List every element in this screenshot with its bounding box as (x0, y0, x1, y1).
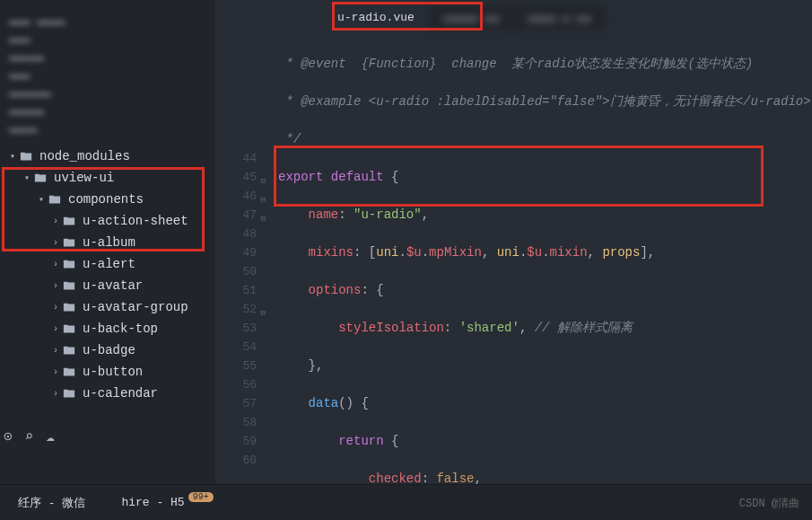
tree-uview-ui[interactable]: ▾ uview-ui (0, 167, 215, 189)
tree-node-modules[interactable]: ▾ node_modules (0, 145, 215, 167)
chevron-down-icon: ▾ (5, 151, 20, 162)
tree-label: u-album (83, 235, 135, 250)
taskbar-label: 纴序 - 微信 (18, 495, 85, 511)
tree-label: u-action-sheet (83, 214, 188, 228)
chevron-right-icon: › (48, 303, 63, 313)
tree-component-folder[interactable]: ›u-badge (0, 339, 215, 361)
chevron-right-icon: › (48, 238, 63, 248)
tree-label: u-avatar-group (83, 300, 188, 314)
folder-icon (63, 214, 77, 228)
blurred-region: ▬▬▬ ▬▬▬▬ ▬▬▬ ▬▬▬▬▬ ▬▬▬ ▬▬▬▬▬▬ ▬▬▬▬▬ ▬▬▬▬ (0, 4, 215, 145)
chevron-right-icon: › (48, 389, 63, 399)
chevron-right-icon: › (48, 346, 63, 356)
editor-tab-blurred: ▬▬▬▬▬ ▬▬ (429, 5, 513, 30)
tree-component-folder[interactable]: ›u-button (0, 361, 215, 383)
fold-icon[interactable]: ⊟ (261, 191, 266, 210)
tree-component-folder[interactable]: ›u-back-top (0, 318, 215, 339)
chevron-right-icon: › (48, 324, 63, 334)
tree-label: u-avatar (83, 278, 143, 293)
chevron-down-icon: ▾ (34, 194, 48, 205)
tree-components[interactable]: ▾ components (0, 189, 215, 210)
folder-icon (63, 343, 77, 357)
tree-component-folder[interactable]: ›u-album (0, 232, 215, 253)
folder-icon (48, 192, 63, 207)
taskbar-item[interactable]: 纴序 - 微信 (0, 485, 103, 520)
tree-component-folder[interactable]: ›u-action-sheet (0, 210, 215, 232)
chevron-right-icon: › (48, 216, 63, 226)
fold-icon[interactable]: ⊟ (261, 172, 266, 191)
code-content[interactable]: * @event {Function} change 某个radio状态发生变化… (264, 0, 812, 485)
line-number-gutter: 44 45⊟ 46⊟ 47⊟ 48 49 50 51 52⊟ 53 54 55 … (215, 0, 264, 485)
folder-icon (20, 149, 34, 163)
tree-label: u-alert (83, 257, 135, 271)
taskbar-item[interactable]: hire - H599+ (103, 485, 231, 520)
tree-component-folder[interactable]: ›u-avatar (0, 275, 215, 296)
bottom-taskbar: 纴序 - 微信 hire - H599+ (0, 484, 812, 520)
chevron-down-icon: ▾ (20, 172, 34, 183)
tree-label: uview-ui (54, 171, 114, 185)
tree-component-folder[interactable]: ›u-calendar (0, 383, 215, 404)
tree-label: u-button (83, 365, 143, 379)
folder-icon (63, 300, 77, 314)
editor-tab-blurred: ▬▬▬▬ ▬ ▬▬ (513, 5, 605, 30)
tree-component-folder[interactable]: ›u-alert (0, 253, 215, 275)
editor-tab-active[interactable]: u-radio.vue (323, 5, 429, 30)
file-explorer-sidebar: ▬▬▬ ▬▬▬▬ ▬▬▬ ▬▬▬▬▬ ▬▬▬ ▬▬▬▬▬▬ ▬▬▬▬▬ ▬▬▬▬… (0, 0, 215, 485)
folder-icon (63, 386, 77, 401)
fold-icon[interactable]: ⊟ (261, 304, 266, 323)
tree-label: u-calendar (83, 386, 158, 401)
fold-icon[interactable]: ⊟ (261, 210, 266, 229)
folder-icon (34, 171, 48, 185)
tab-label: u-radio.vue (337, 11, 415, 24)
chevron-right-icon: › (48, 260, 63, 269)
folder-icon (63, 322, 77, 336)
tree-label: u-back-top (83, 322, 158, 336)
folder-icon (63, 257, 77, 271)
sidebar-toolbar: ⊙ ⌕ ☁ (4, 427, 55, 445)
watermark: CSDN @清曲 (739, 496, 799, 511)
folder-icon (63, 235, 77, 250)
tree-label: u-badge (83, 343, 135, 357)
code-editor: u-radio.vue ▬▬▬▬▬ ▬▬ ▬▬▬▬ ▬ ▬▬ 44 45⊟ 46… (215, 0, 812, 485)
tree-label: components (68, 192, 144, 207)
editor-tabs: u-radio.vue ▬▬▬▬▬ ▬▬ ▬▬▬▬ ▬ ▬▬ (323, 5, 605, 30)
taskbar-label: hire - H5 (121, 496, 184, 509)
chevron-right-icon: › (48, 281, 63, 291)
search-icon[interactable]: ⌕ (25, 427, 34, 445)
chevron-right-icon: › (48, 367, 63, 377)
cloud-icon[interactable]: ☁ (46, 427, 55, 445)
tree-component-folder[interactable]: ›u-avatar-group (0, 296, 215, 318)
folder-icon (63, 365, 77, 379)
tree-label: node_modules (39, 149, 130, 163)
folder-icon (63, 278, 77, 293)
outline-icon[interactable]: ⊙ (4, 427, 13, 445)
notification-badge: 99+ (188, 492, 214, 502)
